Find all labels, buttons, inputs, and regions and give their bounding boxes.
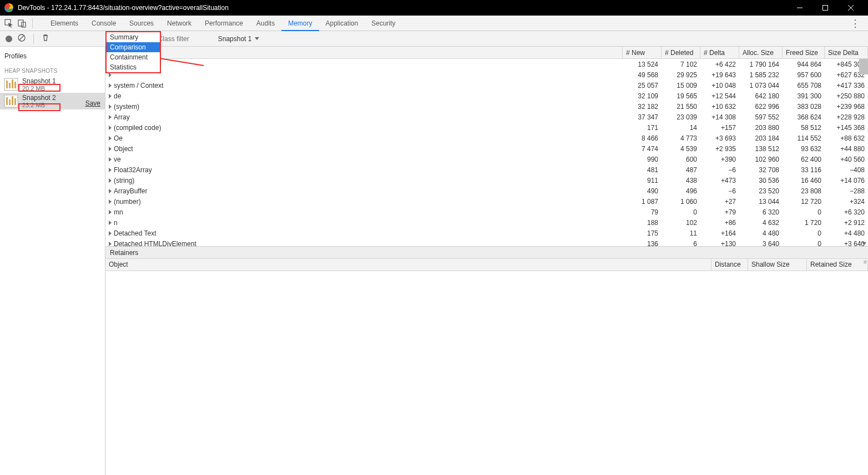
device-toggle-icon[interactable]	[17, 18, 28, 29]
cell-delta: +130	[700, 240, 739, 247]
snapshot-icon	[3, 77, 19, 92]
expand-icon[interactable]	[109, 115, 112, 119]
cell-delta: +79	[700, 208, 739, 216]
col-freed-size[interactable]: Freed Size	[783, 47, 825, 58]
tab-security[interactable]: Security	[365, 16, 402, 31]
cell-size-delta: +239 968	[825, 103, 868, 111]
col-size-delta[interactable]: Size Delta	[825, 47, 868, 58]
save-link[interactable]: Save	[85, 99, 100, 107]
retainer-col-shallow[interactable]: Shallow Size	[748, 259, 807, 271]
expand-icon[interactable]	[109, 83, 112, 88]
table-row[interactable]: n188102+864 6321 720+2 912	[105, 217, 868, 228]
retainer-col-distance[interactable]: Distance	[711, 259, 748, 271]
expand-icon[interactable]	[109, 231, 112, 236]
tab-audits[interactable]: Audits	[250, 16, 281, 31]
table-row[interactable]: de32 10919 565+12 544642 180391 300+250 …	[105, 91, 868, 101]
stop-icon[interactable]	[18, 34, 26, 43]
expand-icon[interactable]	[109, 221, 112, 225]
col-delta[interactable]: # Delta	[700, 47, 739, 58]
svg-rect-13	[14, 82, 16, 88]
view-dropdown[interactable]: SummaryComparisonContainmentStatistics	[105, 31, 161, 73]
retainers-header: Retainers	[105, 247, 868, 259]
expand-icon[interactable]	[109, 147, 112, 151]
window-titlebar: DevTools - 172.24.1.77:8443/situation-ov…	[0, 0, 868, 16]
tab-network[interactable]: Network	[160, 16, 198, 31]
constructor-name: (number)	[114, 198, 141, 206]
expand-icon[interactable]	[109, 178, 112, 183]
class-filter-input[interactable]	[158, 33, 214, 44]
retainer-col-object[interactable]: Object	[105, 259, 711, 271]
tab-console[interactable]: Console	[85, 16, 123, 31]
col-new[interactable]: # New	[623, 47, 662, 58]
baseline-select[interactable]: Snapshot 1	[218, 35, 260, 43]
table-row[interactable]: ve990600+390102 96062 400+40 560	[105, 154, 868, 164]
table-row[interactable]: 13 5247 102+6 4221 790 164944 864+845 30…	[105, 59, 868, 69]
cell-freed: 114 552	[783, 134, 825, 142]
table-row[interactable]: system / Context25 05715 009+10 0481 073…	[105, 80, 868, 91]
dropdown-item-statistics[interactable]: Statistics	[107, 62, 160, 72]
dropdown-item-comparison[interactable]: Comparison	[107, 42, 160, 52]
inspect-icon[interactable]	[3, 18, 14, 29]
profiles-sidebar: Profiles HEAP SNAPSHOTS Snapshot 120.2 M…	[0, 47, 105, 475]
expand-icon[interactable]	[109, 210, 112, 214]
col-alloc-size[interactable]: Alloc. Size	[739, 47, 783, 58]
minimize-button[interactable]	[787, 0, 813, 16]
expand-icon[interactable]	[109, 168, 112, 172]
retainer-col-retained[interactable]: Retained Size	[807, 259, 868, 271]
expand-icon[interactable]	[109, 104, 112, 109]
expand-icon[interactable]	[109, 242, 112, 246]
table-row[interactable]: (system)32 18221 550+10 632622 996383 02…	[105, 101, 868, 112]
cell-deleted: 487	[662, 166, 700, 174]
tab-application[interactable]: Application	[319, 16, 365, 31]
cell-new: 7 474	[623, 145, 662, 153]
cell-alloc: 3 640	[739, 240, 783, 247]
tab-elements[interactable]: Elements	[44, 16, 85, 31]
col-constructor[interactable]	[105, 47, 623, 58]
constructor-name: Array	[114, 113, 130, 121]
snapshot-item[interactable]: Snapshot 223.2 MBSave	[0, 93, 105, 109]
dropdown-item-containment[interactable]: Containment	[107, 52, 160, 62]
expand-icon[interactable]	[109, 189, 112, 193]
cell-size-delta: +88 632	[825, 134, 868, 142]
table-row[interactable]: Detached Text17511+1644 4800+4 480	[105, 228, 868, 238]
table-row[interactable]: Float32Array481487−632 70833 116−408	[105, 164, 868, 175]
tab-memory[interactable]: Memory	[281, 16, 319, 31]
close-button[interactable]	[838, 0, 864, 16]
cell-size-delta: +6 320	[825, 208, 868, 216]
cell-new: 32 109	[623, 92, 662, 100]
scroll-down-icon[interactable]	[862, 242, 866, 245]
table-row[interactable]: (compiled code)17114+157203 88058 512+14…	[105, 122, 868, 133]
col-deleted[interactable]: # Deleted	[662, 47, 700, 58]
cell-new: 990	[623, 156, 662, 163]
table-row[interactable]: ArrayBuffer490496−623 52023 808−288	[105, 186, 868, 196]
cell-delta: +10 632	[700, 103, 739, 111]
snapshot-size: 23.2 MB	[22, 102, 56, 108]
scrollbar-thumb[interactable]	[859, 59, 868, 74]
table-row[interactable]: (number)1 0871 060+2713 04412 720+324	[105, 196, 868, 207]
constructor-name: mn	[114, 208, 123, 216]
tab-sources[interactable]: Sources	[123, 16, 160, 31]
dropdown-item-summary[interactable]: Summary	[107, 32, 160, 42]
cell-size-delta: +14 076	[825, 177, 868, 184]
snapshot-item[interactable]: Snapshot 120.2 MB	[0, 76, 105, 93]
maximize-button[interactable]	[813, 0, 838, 16]
table-row[interactable]: 49 56829 925+19 6431 585 232957 600+627 …	[105, 69, 868, 80]
expand-icon[interactable]	[109, 157, 112, 162]
cell-new: 1 087	[623, 198, 662, 206]
table-row[interactable]: mn790+796 3200+6 320	[105, 207, 868, 217]
table-row[interactable]: Oe8 4664 773+3 693203 184114 552+88 632	[105, 133, 868, 143]
pane-menu-icon[interactable]: ≡	[864, 259, 867, 265]
expand-icon[interactable]	[109, 126, 112, 130]
table-row[interactable]: Array37 34723 039+14 308597 552368 624+2…	[105, 112, 868, 122]
tab-performance[interactable]: Performance	[198, 16, 250, 31]
expand-icon[interactable]	[109, 136, 112, 141]
table-row[interactable]: Object7 4744 539+2 935138 51293 632+44 8…	[105, 143, 868, 154]
record-button[interactable]	[6, 36, 12, 42]
table-row[interactable]: Detached HTMLDivElement1366+1303 6400+3 …	[105, 238, 868, 247]
expand-icon[interactable]	[109, 199, 112, 204]
expand-icon[interactable]	[109, 94, 112, 98]
trash-icon[interactable]	[42, 34, 49, 43]
table-row[interactable]: (string)911438+47330 53616 460+14 076	[105, 175, 868, 186]
cell-freed: 957 600	[783, 71, 825, 79]
kebab-menu-icon[interactable]: ⋮	[846, 17, 865, 29]
